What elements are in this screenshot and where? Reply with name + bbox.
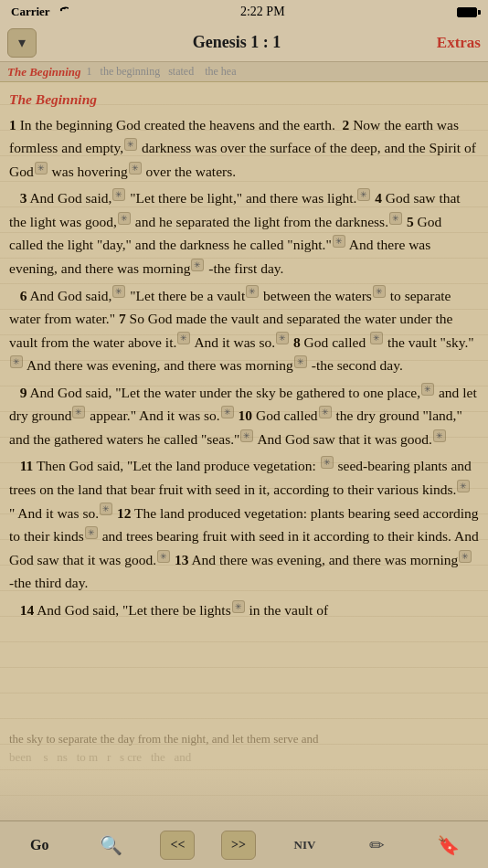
prev-button[interactable]: <<: [160, 831, 195, 860]
note-marker-10[interactable]: ✳: [112, 285, 125, 298]
verse-num-8: 8: [293, 334, 301, 350]
note-marker-19[interactable]: ✳: [72, 406, 85, 418]
note-marker-16[interactable]: ✳: [10, 355, 23, 368]
verse-num-3: 3: [20, 190, 27, 206]
note-marker-18[interactable]: ✳: [421, 383, 434, 396]
next-button[interactable]: >>: [221, 831, 256, 860]
note-marker-17[interactable]: ✳: [294, 355, 307, 368]
heading-line: The Beginning: [9, 88, 479, 111]
verse-num-2: 2: [343, 117, 350, 132]
verse-num-11: 11: [20, 458, 34, 473]
go-button[interactable]: Go: [16, 825, 62, 865]
verse-11-block: 11 Then God said, "Let the land produce …: [9, 454, 479, 594]
battery-icon: [457, 7, 477, 17]
faded-line-2: been s ns to m r s cre the and: [9, 750, 191, 764]
svg-point-0: [59, 9, 61, 11]
note-marker-8[interactable]: ✳: [333, 235, 345, 248]
note-marker-15[interactable]: ✳: [370, 332, 383, 344]
time-display: 2:22 PM: [240, 5, 285, 19]
bookmark-icon: 🔖: [437, 834, 460, 856]
bible-text: The Beginning 1 In the beginning God cre…: [9, 88, 479, 621]
verse-num-7: 7: [119, 311, 126, 326]
note-marker-13[interactable]: ✳: [177, 332, 190, 344]
note-marker-2[interactable]: ✳: [35, 162, 48, 175]
note-marker-22[interactable]: ✳: [240, 429, 253, 442]
verse-num-6: 6: [20, 288, 27, 303]
note-marker-9[interactable]: ✳: [191, 259, 204, 271]
note-marker-7[interactable]: ✳: [389, 212, 402, 225]
note-marker-28[interactable]: ✳: [157, 550, 170, 563]
note-marker-21[interactable]: ✳: [319, 406, 332, 418]
go-label[interactable]: Go: [30, 837, 48, 853]
note-marker-20[interactable]: ✳: [221, 406, 234, 418]
bottom-faded-text: the sky to separate the day from the nig…: [9, 730, 479, 766]
verse-num-10: 10: [239, 408, 253, 423]
pencil-icon: ✏: [369, 834, 385, 856]
note-marker-29[interactable]: ✳: [459, 550, 472, 563]
chapter-title-small: The Beginning: [7, 65, 81, 79]
note-marker-14[interactable]: ✳: [276, 332, 289, 344]
note-marker-4[interactable]: ✳: [112, 188, 125, 201]
verse-num-9: 9: [20, 385, 27, 400]
status-bar: Carrier 2:22 PM: [0, 0, 488, 24]
extras-button[interactable]: Extras: [437, 34, 481, 52]
search-button[interactable]: 🔍: [89, 825, 134, 865]
edit-button[interactable]: ✏: [354, 825, 399, 865]
verse-9-block: 9 And God said, "Let the water under the…: [9, 381, 479, 451]
section-heading: The Beginning: [9, 91, 97, 107]
note-marker-25[interactable]: ✳: [457, 480, 470, 492]
note-marker-6[interactable]: ✳: [118, 212, 131, 225]
note-marker-30[interactable]: ✳: [232, 600, 245, 613]
translation-label: NIV: [282, 825, 328, 865]
note-marker-23[interactable]: ✳: [433, 429, 446, 442]
content-area[interactable]: The Beginning 1 In the beginning God cre…: [0, 82, 488, 820]
note-marker-24[interactable]: ✳: [321, 456, 334, 469]
bottom-fade: [0, 766, 488, 820]
verse-14-block: 14 And God said, "Let there be lights✳ i…: [9, 598, 479, 622]
note-marker-11[interactable]: ✳: [246, 285, 259, 298]
nav-title: Genesis 1 : 1: [193, 33, 281, 52]
verse-num-14: 14: [20, 602, 35, 618]
carrier-label: Carrier: [11, 5, 69, 19]
verse-num-13: 13: [175, 552, 189, 567]
wifi-icon: [54, 6, 69, 17]
chevron-down-button[interactable]: ▾: [7, 28, 37, 58]
verse-num-1: 1: [9, 117, 16, 132]
breadcrumb-verse-text: 1 the beginning stated the hea: [87, 65, 237, 79]
bookmark-button[interactable]: 🔖: [426, 825, 472, 865]
breadcrumb-bar: The Beginning 1 the beginning stated the…: [0, 62, 488, 82]
carrier-text: Carrier: [11, 5, 50, 19]
note-marker-27[interactable]: ✳: [85, 526, 98, 539]
note-marker-26[interactable]: ✳: [100, 503, 112, 515]
search-icon: 🔍: [100, 834, 122, 856]
note-marker-1[interactable]: ✳: [124, 138, 137, 151]
chevron-icon: ▾: [18, 34, 26, 51]
nav-bar: ▾ Genesis 1 : 1 Extras: [0, 24, 488, 62]
verse-num-12: 12: [117, 505, 132, 521]
verse-block: 1 In the beginning God created the heave…: [9, 113, 479, 184]
battery-area: [457, 7, 477, 17]
note-marker-12[interactable]: ✳: [373, 285, 386, 298]
verse-3-block: 3 And God said,✳ "Let there be light," a…: [9, 186, 479, 280]
translation-text: NIV: [294, 838, 316, 852]
verse-num-5: 5: [407, 214, 414, 229]
note-marker-5[interactable]: ✳: [357, 188, 370, 201]
bottom-toolbar: Go 🔍 << >> NIV ✏ 🔖: [0, 820, 488, 868]
verse-6-block: 6 And God said,✳ "Let there be a vault✳ …: [9, 284, 479, 377]
note-marker-3[interactable]: ✳: [129, 162, 142, 175]
verse-num-4: 4: [375, 190, 382, 206]
